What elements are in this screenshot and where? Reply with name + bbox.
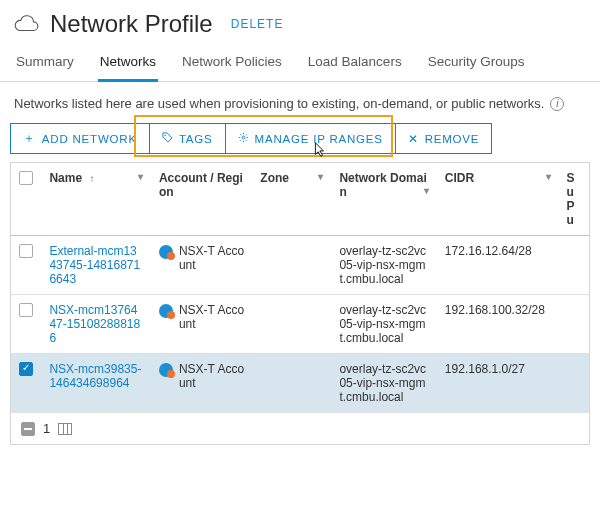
col-name[interactable]: Name ↑ ▾: [41, 163, 151, 236]
sort-asc-icon: ↑: [89, 173, 94, 184]
col-support[interactable]: Su Pu: [559, 163, 589, 236]
table-row[interactable]: NSX-mcm39835-146434698964NSX-T Accountov…: [11, 354, 589, 413]
account-text: NSX-T Account: [179, 244, 244, 272]
network-name-link[interactable]: NSX-mcm39835-146434698964: [49, 362, 141, 390]
row-checkbox[interactable]: [19, 362, 33, 376]
account-text: NSX-T Account: [179, 303, 244, 331]
tab-networks[interactable]: Networks: [98, 46, 158, 82]
domain-text: overlay-tz-sc2vc05-vip-nsx-mgmt.cmbu.loc…: [339, 244, 426, 286]
domain-text: overlay-tz-sc2vc05-vip-nsx-mgmt.cmbu.loc…: [339, 303, 426, 345]
network-name-link[interactable]: NSX-mcm1376447-151082888186: [49, 303, 140, 345]
info-icon[interactable]: i: [550, 97, 564, 111]
tab-policies[interactable]: Network Policies: [180, 46, 284, 81]
col-account[interactable]: Account / Region: [151, 163, 252, 236]
col-zone[interactable]: Zone ▾: [252, 163, 331, 236]
cidr-text: 172.16.12.64/28: [445, 244, 532, 258]
svg-point-0: [164, 134, 165, 135]
column-toggle-icon[interactable]: [58, 423, 72, 435]
domain-text: overlay-tz-sc2vc05-vip-nsx-mgmt.cmbu.loc…: [339, 362, 426, 404]
filter-icon[interactable]: ▾: [318, 171, 323, 182]
row-checkbox[interactable]: [19, 303, 33, 317]
tab-summary[interactable]: Summary: [14, 46, 76, 81]
gear-icon: [238, 132, 249, 146]
remove-button[interactable]: ✕ REMOVE: [395, 123, 492, 154]
filter-icon[interactable]: ▾: [546, 171, 551, 182]
delete-link[interactable]: DELETE: [231, 17, 284, 31]
select-all-checkbox[interactable]: [19, 171, 33, 185]
cidr-text: 192.168.100.32/28: [445, 303, 545, 317]
tags-button[interactable]: TAGS: [149, 123, 226, 154]
row-checkbox[interactable]: [19, 244, 33, 258]
add-network-label: ADD NETWORK: [42, 133, 137, 145]
col-cidr[interactable]: CIDR ▾: [437, 163, 559, 236]
description-text: Networks listed here are used when provi…: [14, 96, 544, 111]
table-row[interactable]: NSX-mcm1376447-151082888186NSX-T Account…: [11, 295, 589, 354]
add-network-button[interactable]: ＋ ADD NETWORK: [10, 123, 150, 154]
page-title: Network Profile: [50, 10, 213, 38]
tag-icon: [162, 132, 173, 146]
nsxt-icon: [159, 245, 173, 259]
network-name-link[interactable]: External-mcm1343745-148168716643: [49, 244, 140, 286]
remove-icon: ✕: [408, 132, 419, 146]
col-domain[interactable]: Network Domain ▾: [331, 163, 436, 236]
remove-label: REMOVE: [425, 133, 480, 145]
tags-label: TAGS: [179, 133, 213, 145]
selected-count: 1: [43, 421, 50, 436]
account-text: NSX-T Account: [179, 362, 244, 390]
nsxt-icon: [159, 363, 173, 377]
nsxt-icon: [159, 304, 173, 318]
svg-point-1: [242, 136, 245, 139]
tab-bar: Summary Networks Network Policies Load B…: [0, 46, 600, 82]
toolbar: ＋ ADD NETWORK TAGS MANAGE IP RANGES ✕ RE…: [10, 123, 590, 154]
networks-grid: Name ↑ ▾ Account / Region Zone ▾ Network…: [10, 162, 590, 445]
cloud-icon: [14, 13, 40, 35]
filter-icon[interactable]: ▾: [424, 185, 429, 196]
filter-icon[interactable]: ▾: [138, 171, 143, 182]
table-row[interactable]: External-mcm1343745-148168716643NSX-T Ac…: [11, 236, 589, 295]
manage-ip-ranges-label: MANAGE IP RANGES: [255, 133, 383, 145]
tab-load-balancers[interactable]: Load Balancers: [306, 46, 404, 81]
cidr-text: 192.168.1.0/27: [445, 362, 525, 376]
grid-footer: 1: [11, 413, 589, 444]
footer-checkbox[interactable]: [21, 422, 35, 436]
manage-ip-ranges-button[interactable]: MANAGE IP RANGES: [225, 123, 396, 154]
tab-security-groups[interactable]: Security Groups: [426, 46, 527, 81]
plus-icon: ＋: [23, 130, 36, 147]
